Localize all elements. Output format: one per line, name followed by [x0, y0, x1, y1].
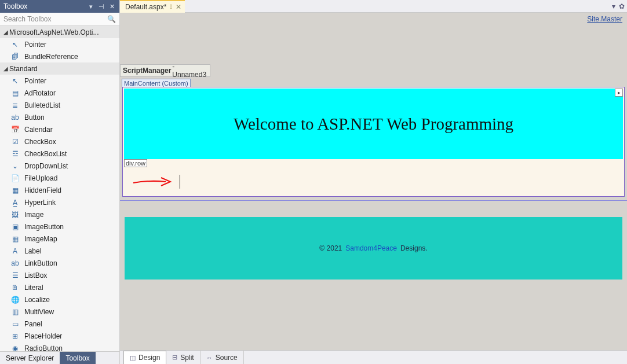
chevron-down-icon: ◢: [2, 65, 9, 72]
maincontent-region[interactable]: Welcome to ASP.NET Web Programming ▸ div…: [122, 87, 625, 197]
toolbox-item-label: ListBox: [24, 271, 47, 280]
toolbox-item-fileupload[interactable]: 📄FileUpload: [0, 172, 119, 184]
panel-tab-server-explorer[interactable]: Server Explorer: [0, 352, 60, 364]
toolbox-item-image[interactable]: 🖼Image: [0, 208, 119, 220]
toolbox-item-hyperlink[interactable]: A̲HyperLink: [0, 196, 119, 208]
toolbox-item-dropdownlist[interactable]: ⌄DropDownList: [0, 160, 119, 172]
toolbox-item-label: Pointer: [24, 77, 46, 85]
view-tab-source[interactable]: ↔Source: [201, 351, 244, 364]
hero-heading: Welcome to ASP.NET Web Programming: [234, 115, 513, 134]
toolbox-item-label: Calendar: [24, 126, 53, 134]
maincontent-region-tag[interactable]: MainContent (Custom): [122, 79, 191, 87]
element-tag-divrow[interactable]: div.row: [124, 159, 147, 167]
toolbox-item-label: BundleReference: [24, 53, 78, 61]
toolbox-item-pointer[interactable]: ↖Pointer: [0, 38, 119, 50]
toolbox-item-icon: ↖: [10, 76, 20, 86]
toolbox-item-icon: ≣: [10, 101, 20, 110]
toolbox-item-multiview[interactable]: ▥MultiView: [0, 306, 119, 318]
view-tab-design[interactable]: ◫Design: [123, 351, 166, 364]
close-icon[interactable]: ✕: [108, 2, 116, 10]
toolbox-item-literal[interactable]: 🗎Literal: [0, 281, 119, 293]
editable-row[interactable]: [123, 167, 624, 196]
toolbox-item-calendar[interactable]: 📅Calendar: [0, 123, 119, 135]
toolbox-group-label: Standard: [9, 65, 38, 73]
pin-icon[interactable]: ⊣: [97, 2, 105, 10]
smart-tag-arrow-icon[interactable]: ▸: [615, 89, 623, 97]
toolbox-item-icon: ☑: [10, 137, 20, 146]
toolbox-item-label: CheckBoxList: [24, 150, 67, 158]
toolbox-item-linkbutton[interactable]: abLinkButton: [0, 257, 119, 269]
footer-band[interactable]: © 2021 Samdom4Peace Designs.: [125, 217, 622, 280]
toolbox-item-icon: ▣: [10, 222, 20, 231]
toolbox-item-panel[interactable]: ▭Panel: [0, 318, 119, 330]
document-tab-default-aspx[interactable]: Default.aspx* ⟟ ✕: [120, 0, 185, 13]
toolbox-item-button[interactable]: abButton: [0, 111, 119, 123]
toolbox-item-localize[interactable]: 🌐Localize: [0, 293, 119, 306]
hero-banner[interactable]: Welcome to ASP.NET Web Programming ▸: [124, 89, 623, 159]
scriptmanager-control[interactable]: ScriptManager - Unnamed3: [120, 64, 210, 77]
view-tab-split[interactable]: ⊟Split: [166, 351, 200, 364]
toolbox-item-icon: 🖼: [10, 210, 20, 219]
toolbox-item-icon: ab: [10, 113, 20, 122]
panel-bottom-tabs: Server ExplorerToolbox: [0, 351, 119, 364]
toolbox-item-label: BulletedList: [24, 101, 60, 109]
toolbox-group-header[interactable]: ◢Standard: [0, 62, 119, 75]
toolbox-item-placeholder[interactable]: ⊞PlaceHolder: [0, 330, 119, 342]
toolbox-item-imagebutton[interactable]: ▣ImageButton: [0, 220, 119, 233]
toolbox-item-label: Label: [24, 247, 41, 255]
toolbox-item-label: PlaceHolder: [24, 332, 62, 340]
toolbox-item-radiobutton[interactable]: ◉RadioButton: [0, 342, 119, 351]
toolbox-item-label: Image: [24, 211, 43, 219]
toolbox-item-icon: A̲: [10, 198, 20, 207]
designer-view-tabs: ◫Design⊟Split↔Source: [120, 350, 627, 364]
search-icon[interactable]: 🔍: [107, 15, 116, 23]
view-tab-label: Source: [216, 354, 238, 362]
toolbox-item-imagemap[interactable]: ▦ImageMap: [0, 233, 119, 245]
toolbox-item-hiddenfield[interactable]: ▦HiddenField: [0, 184, 119, 196]
footer-suffix: Designs.: [400, 244, 428, 252]
toolbox-group-header[interactable]: ◢Microsoft.AspNet.Web.Opti...: [0, 26, 119, 38]
search-input[interactable]: [3, 15, 107, 23]
toolbox-item-pointer[interactable]: ↖Pointer: [0, 75, 119, 87]
toolbox-item-checkboxlist[interactable]: ☲CheckBoxList: [0, 148, 119, 160]
footer-brand-link[interactable]: Samdom4Peace: [345, 244, 397, 252]
tabbar-gear-icon[interactable]: ✿: [619, 2, 625, 10]
toolbox-item-icon: ▦: [10, 234, 20, 244]
close-icon[interactable]: ✕: [176, 3, 181, 11]
toolbox-item-label: Localize: [24, 296, 50, 304]
toolbox-item-listbox[interactable]: ☰ListBox: [0, 269, 119, 281]
design-surface[interactable]: Site.Master ScriptManager - Unnamed3 Mai…: [120, 13, 627, 350]
toolbox-item-label[interactable]: ALabel: [0, 245, 119, 257]
document-tab-bar: Default.aspx* ⟟ ✕ ▾ ✿: [120, 0, 627, 13]
toolbox-item-label: Literal: [24, 284, 43, 292]
toolbox-search[interactable]: 🔍: [0, 13, 119, 26]
toolbox-item-bulletedlist[interactable]: ≣BulletedList: [0, 99, 119, 111]
view-tab-label: Split: [180, 354, 194, 362]
toolbox-item-label: HyperLink: [24, 198, 56, 207]
toolbox-item-icon: ↖: [10, 40, 20, 49]
toolbox-body: ◢Microsoft.AspNet.Web.Opti...↖Pointer🗐Bu…: [0, 26, 119, 351]
toolbox-item-checkbox[interactable]: ☑CheckBox: [0, 135, 119, 148]
toolbox-item-icon: 🌐: [10, 295, 20, 304]
pin-icon[interactable]: ⟟: [170, 3, 172, 10]
scriptmanager-name: ScriptManager: [123, 67, 171, 75]
view-tab-icon: ⊟: [172, 354, 177, 361]
toolbox-item-label: ImageButton: [24, 223, 64, 231]
toolbox-item-label: CheckBox: [24, 138, 56, 146]
chevron-down-icon: ◢: [2, 29, 9, 35]
toolbox-item-label: RadioButton: [24, 344, 63, 352]
toolbox-item-label: Button: [24, 113, 45, 122]
toolbox-item-bundlereference[interactable]: 🗐BundleReference: [0, 50, 119, 62]
panel-menu-icon[interactable]: ▾: [87, 2, 95, 10]
toolbox-titlebar[interactable]: Toolbox ▾ ⊣ ✕: [0, 0, 119, 13]
toolbox-item-label: Pointer: [24, 41, 46, 49]
toolbox-group-label: Microsoft.AspNet.Web.Opti...: [9, 28, 99, 36]
tabbar-dropdown-icon[interactable]: ▾: [612, 2, 615, 10]
toolbox-item-label: ImageMap: [24, 235, 57, 243]
toolbox-item-adrotator[interactable]: ▤AdRotator: [0, 87, 119, 99]
toolbox-item-icon: 🗐: [10, 52, 20, 61]
panel-tab-toolbox[interactable]: Toolbox: [60, 352, 95, 364]
toolbox-item-label: FileUpload: [24, 174, 57, 182]
toolbox-item-icon: ▤: [10, 89, 20, 98]
site-master-link[interactable]: Site.Master: [587, 15, 622, 23]
